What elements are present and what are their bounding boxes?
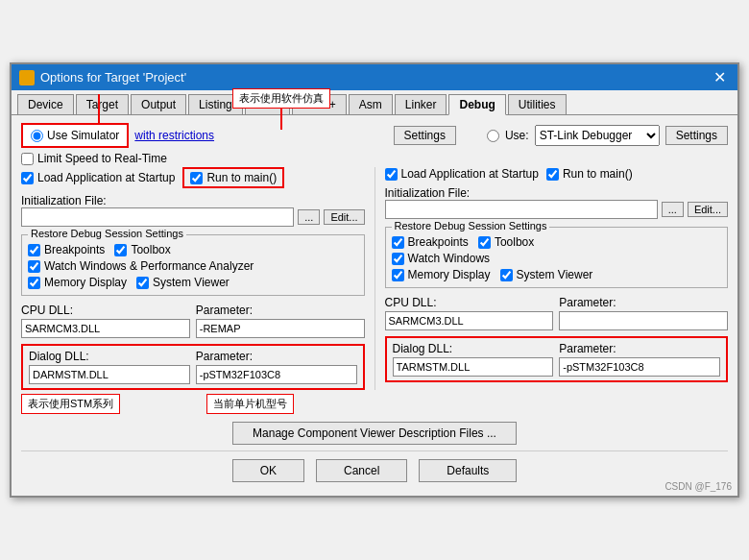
column-divider [374,167,375,390]
simulator-label: Use Simulator [47,129,119,142]
tab-linker[interactable]: Linker [395,94,447,114]
right-cpu-dll-input[interactable] [385,311,554,330]
right-dialog-dll-label: Dialog DLL: [393,342,554,355]
limit-speed-label: Limit Speed to Real-Time [37,152,167,165]
left-run-main-box: Run to main() [182,167,284,188]
left-init-input[interactable] [21,207,294,227]
left-toolbox-check[interactable] [114,244,127,256]
right-init-label: Initialization File: [385,186,729,200]
left-dialog-dll-box: Dialog DLL: Parameter: [21,344,365,390]
left-cpu-param-label: Parameter: [196,304,365,317]
left-memory-check[interactable] [28,277,40,289]
left-init-browse[interactable]: ... [298,209,320,225]
right-column: Load Application at Startup Run to main(… [385,167,729,390]
restrictions-link[interactable]: with restrictions [134,129,214,142]
tab-asm[interactable]: Asm [349,94,393,114]
left-run-main-check[interactable] [190,172,203,184]
simulator-radio[interactable] [31,130,43,142]
left-breakpoints-label: Breakpoints [44,243,105,256]
left-toolbox-label: Toolbox [131,243,170,256]
close-button[interactable]: ✕ [710,68,730,86]
left-settings-button[interactable]: Settings [394,126,456,145]
left-restore-group: Restore Debug Session Settings Breakpoin… [21,234,365,296]
left-dialog-param-label: Parameter: [196,350,357,363]
left-restore-title: Restore Debug Session Settings [28,228,186,239]
right-init-edit[interactable]: Edit... [688,202,728,217]
right-breakpoints-check[interactable] [392,236,404,249]
left-init-label: Initialization File: [21,194,365,207]
left-dialog-param-input[interactable] [196,365,357,384]
left-dialog-dll-label: Dialog DLL: [29,350,190,363]
tab-output[interactable]: Output [131,94,186,114]
tab-listing[interactable]: Listing [188,94,243,114]
left-cpu-dll-label: CPU DLL: [21,304,190,317]
right-dialog-dll-box: Dialog DLL: Parameter: [385,336,729,382]
right-dialog-dll-input[interactable] [393,357,554,377]
right-memory-label: Memory Display [408,268,491,281]
left-column: Load Application at Startup Run to main(… [21,167,365,390]
right-cpu-param-input[interactable] [559,311,728,330]
right-toolbox-label: Toolbox [495,235,534,249]
right-dialog-param-label: Parameter: [559,342,720,355]
right-watch-check[interactable] [392,253,404,265]
right-dialog-param-input[interactable] [559,357,720,377]
tab-debug[interactable]: Debug [448,94,505,115]
right-load-app-check[interactable] [385,168,398,181]
manage-section: Manage Component Viewer Description File… [21,422,728,445]
right-init-input[interactable] [385,200,658,219]
debugger-select[interactable]: ST-Link Debugger [535,125,660,146]
right-restore-group: Restore Debug Session Settings Breakpoin… [385,227,729,288]
left-cpu-dll-input[interactable] [21,319,190,338]
two-column-layout: Load Application at Startup Run to main(… [21,167,728,390]
left-dialog-dll-input[interactable] [29,365,190,384]
right-load-app-label: Load Application at Startup [401,167,539,181]
right-cpu-param-label: Parameter: [559,296,728,309]
ok-button[interactable]: OK [232,459,304,482]
tab-target[interactable]: Target [76,94,129,114]
tab-user[interactable]: User [245,94,290,114]
left-memory-label: Memory Display [44,276,127,289]
right-toolbox-check[interactable] [478,236,491,249]
right-sysview-label: System Viewer [517,268,593,281]
main-window: Options for Target 'Project' ✕ 表示使用软件仿真 … [10,62,739,498]
left-sysview-label: System Viewer [153,276,230,289]
titlebar: Options for Target 'Project' ✕ [12,64,737,90]
right-memory-check[interactable] [392,269,404,281]
right-init-browse[interactable]: ... [662,202,684,217]
use-debugger-radio[interactable] [487,130,499,142]
right-sysview-check[interactable] [500,269,513,281]
left-watch-label: Watch Windows & Performance Analyzer [44,259,254,273]
left-cpu-param-input[interactable] [196,319,365,338]
tab-device[interactable]: Device [17,94,74,114]
tab-bar: Device Target Output Listing User C/C++ … [12,90,737,115]
tab-cpp[interactable]: C/C++ [292,94,347,114]
annotation-mcu: 当前单片机型号 [206,394,294,414]
watermark: CSDN @F_176 [664,481,732,492]
right-watch-label: Watch Windows [408,252,491,265]
left-load-app-check[interactable] [21,172,34,184]
left-init-section: Initialization File: ... Edit... [21,192,365,227]
window-title: Options for Target 'Project' [40,70,186,85]
use-label: Use: [505,129,529,142]
right-restore-title: Restore Debug Session Settings [392,220,550,231]
right-run-main-label: Run to main() [563,167,633,181]
manage-button[interactable]: Manage Component Viewer Description File… [232,422,517,445]
limit-speed-row: Limit Speed to Real-Time [21,152,728,165]
cancel-button[interactable]: Cancel [316,459,407,482]
right-settings-button[interactable]: Settings [665,126,728,145]
left-sysview-check[interactable] [136,277,149,289]
simulator-radio-group[interactable]: Use Simulator [21,123,129,148]
right-run-main-check[interactable] [546,168,559,181]
action-button-row: OK Cancel Defaults [21,450,728,488]
left-load-app-label: Load Application at Startup [37,171,175,184]
left-breakpoints-check[interactable] [28,244,40,256]
tab-utilities[interactable]: Utilities [508,94,567,114]
app-icon [19,70,35,85]
limit-speed-check[interactable] [21,153,34,165]
right-init-section: Initialization File: ... Edit... [385,184,729,219]
defaults-button[interactable]: Defaults [419,459,517,482]
left-watch-check[interactable] [28,260,40,273]
right-cpu-dll-label: CPU DLL: [385,296,554,309]
left-init-edit[interactable]: Edit... [324,209,364,225]
annotation-stm: 表示使用STM系列 [21,394,120,414]
